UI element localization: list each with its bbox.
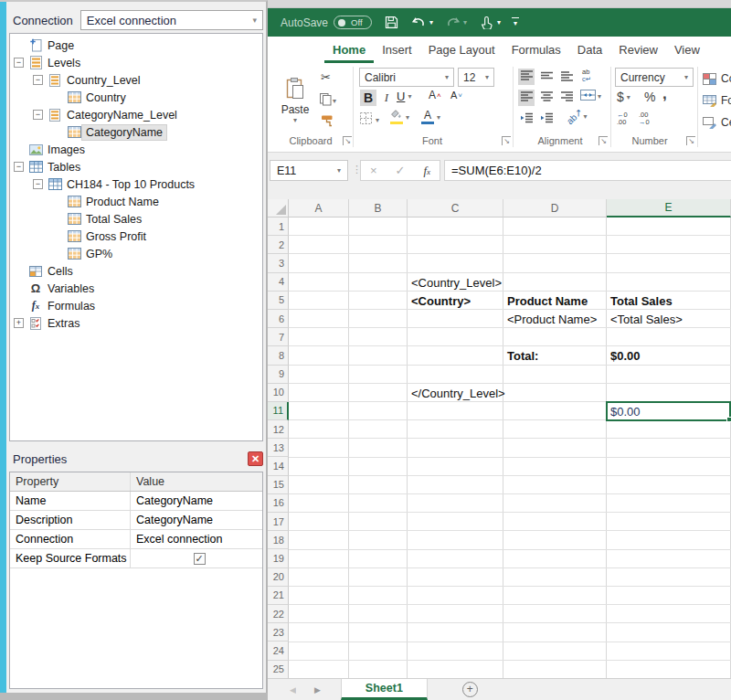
cell-c10[interactable]: </Country_Level> bbox=[408, 384, 505, 403]
row-header-25[interactable]: 25 bbox=[268, 661, 289, 679]
chevron-down-icon[interactable]: ▾ bbox=[598, 92, 601, 101]
comma-style-button[interactable]: , bbox=[662, 85, 667, 103]
cell-c5[interactable]: <Country> bbox=[408, 292, 471, 311]
row-header-15[interactable]: 15 bbox=[268, 476, 289, 494]
tree-item-tables[interactable]: −Tables bbox=[10, 158, 262, 175]
name-box[interactable]: E11 ▾ bbox=[270, 160, 348, 181]
formula-input[interactable]: =SUM(E6:E10)/2 bbox=[444, 160, 731, 181]
redo-button[interactable]: ▾ bbox=[444, 15, 467, 31]
touch-mouse-mode-button[interactable]: ▾ bbox=[478, 15, 501, 31]
tree-item-cells[interactable]: Cells bbox=[10, 262, 262, 280]
cell-e5[interactable]: Total Sales bbox=[607, 292, 673, 311]
row-header-23[interactable]: 23 bbox=[268, 623, 289, 642]
column-header-c[interactable]: C bbox=[408, 199, 503, 217]
tree-item-product-name[interactable]: Product Name bbox=[10, 193, 262, 210]
tree-item-country-level[interactable]: −Country_Level bbox=[10, 71, 262, 89]
bottom-align-button[interactable] bbox=[558, 69, 575, 85]
undo-button[interactable]: ▾ bbox=[410, 15, 433, 31]
tree-item-variables[interactable]: ΩVariables bbox=[10, 280, 262, 297]
row-header-14[interactable]: 14 bbox=[268, 457, 289, 475]
tree-item-formulas[interactable]: fxFormulas bbox=[10, 297, 262, 314]
row-header-21[interactable]: 21 bbox=[268, 587, 289, 605]
new-sheet-button[interactable]: + bbox=[462, 682, 478, 697]
row-header-10[interactable]: 10 bbox=[268, 384, 289, 402]
property-value[interactable]: ✓ bbox=[131, 549, 262, 567]
tree-item-total-sales[interactable]: Total Sales bbox=[10, 210, 262, 228]
collapse-icon[interactable]: − bbox=[33, 75, 43, 85]
row-header-17[interactable]: 17 bbox=[268, 513, 289, 531]
chevron-down-icon[interactable]: ▾ bbox=[437, 113, 440, 122]
row-header-7[interactable]: 7 bbox=[268, 328, 289, 346]
connection-dropdown[interactable]: Excel connection ▾ bbox=[80, 10, 263, 30]
format-as-table-button[interactable]: Form bbox=[701, 92, 731, 109]
orientation-button[interactable]: ab↗▾ bbox=[566, 111, 588, 122]
fill-handle[interactable] bbox=[726, 417, 731, 422]
cell-c4[interactable]: <Country_Level> bbox=[408, 273, 502, 292]
row-header-5[interactable]: 5 bbox=[268, 292, 289, 310]
decrease-font-size-button[interactable]: A˅ bbox=[450, 90, 462, 101]
font-color-button[interactable]: A▾ bbox=[421, 110, 440, 124]
center-button[interactable] bbox=[538, 90, 555, 106]
ribbon-tab-insert[interactable]: Insert bbox=[374, 43, 420, 63]
column-header-b[interactable]: B bbox=[349, 199, 408, 217]
increase-decimal-button[interactable]: ←0.00 bbox=[617, 111, 628, 126]
save-button[interactable] bbox=[383, 15, 399, 31]
cell-styles-button[interactable]: Cell bbox=[701, 114, 731, 131]
chevron-down-icon[interactable]: ▾ bbox=[406, 113, 409, 122]
select-all-corner[interactable] bbox=[268, 199, 289, 217]
accounting-format-button[interactable]: $▾ bbox=[617, 90, 630, 104]
ribbon-tab-view[interactable]: View bbox=[666, 43, 708, 63]
alignment-dialog-launcher-icon[interactable]: ↘ bbox=[599, 136, 608, 145]
checkbox-checked-icon[interactable]: ✓ bbox=[194, 553, 206, 565]
sheet-nav-left-icon[interactable]: ◀ bbox=[290, 685, 296, 695]
cell-e6[interactable]: <Total Sales> bbox=[607, 310, 683, 329]
tree-item-categoryname-level[interactable]: −CategoryName_Level bbox=[10, 106, 262, 123]
tree-item-ch184-top-10-products[interactable]: −CH184 - Top 10 Products bbox=[10, 175, 262, 193]
number-format-combo[interactable]: Currency▾ bbox=[615, 68, 694, 87]
number-dialog-launcher-icon[interactable]: ↘ bbox=[686, 136, 695, 145]
selected-cell-outline[interactable] bbox=[606, 401, 731, 421]
cell-e8[interactable]: $0.00 bbox=[607, 346, 641, 366]
tree-item-page[interactable]: Page bbox=[10, 37, 262, 54]
chevron-down-icon[interactable]: ▾ bbox=[497, 18, 501, 27]
row-header-20[interactable]: 20 bbox=[268, 568, 289, 587]
row-header-22[interactable]: 22 bbox=[268, 605, 289, 623]
format-painter-button[interactable] bbox=[321, 114, 334, 131]
row-header-6[interactable]: 6 bbox=[268, 310, 289, 328]
collapse-icon[interactable]: − bbox=[14, 58, 24, 68]
chevron-down-icon[interactable]: ▾ bbox=[429, 18, 433, 27]
chevron-down-icon[interactable]: ▾ bbox=[408, 92, 411, 101]
row-header-13[interactable]: 13 bbox=[268, 439, 289, 457]
decrease-indent-button[interactable] bbox=[518, 111, 535, 128]
increase-font-size-button[interactable]: A˄ bbox=[429, 90, 441, 101]
enter-icon[interactable]: ✓ bbox=[396, 164, 406, 177]
cell-d6[interactable]: <Product Name> bbox=[503, 310, 597, 329]
row-header-12[interactable]: 12 bbox=[268, 420, 289, 439]
merge-center-button[interactable]: ▾ bbox=[580, 90, 601, 103]
ribbon-tab-data[interactable]: Data bbox=[569, 43, 610, 63]
autosave-control[interactable]: AutoSave Off bbox=[281, 16, 372, 29]
wrap-text-button[interactable]: abc↵ bbox=[582, 69, 591, 83]
row-header-16[interactable]: 16 bbox=[268, 494, 289, 513]
tree-item-gp[interactable]: GP% bbox=[10, 245, 262, 262]
row-header-3[interactable]: 3 bbox=[268, 254, 289, 272]
row-header-8[interactable]: 8 bbox=[268, 346, 289, 365]
insert-function-icon[interactable]: fx bbox=[423, 164, 430, 178]
property-value[interactable]: CategoryName bbox=[131, 492, 262, 510]
row-header-2[interactable]: 2 bbox=[268, 236, 289, 254]
close-icon[interactable]: ✕ bbox=[248, 451, 263, 466]
chevron-down-icon[interactable]: ▾ bbox=[376, 116, 379, 124]
align-left-button[interactable] bbox=[518, 90, 535, 106]
sheet-tab-sheet1[interactable]: Sheet1 bbox=[341, 679, 428, 700]
conditional-formatting-button[interactable]: Con bbox=[701, 70, 731, 87]
property-value[interactable]: Excel connection bbox=[131, 530, 262, 548]
tree-item-extras[interactable]: +Extras bbox=[10, 314, 262, 332]
font-dialog-launcher-icon[interactable]: ↘ bbox=[502, 136, 511, 145]
paste-button[interactable]: Paste ▾ bbox=[275, 67, 315, 134]
tree-item-country[interactable]: Country bbox=[10, 89, 262, 106]
decrease-decimal-button[interactable]: .00→0 bbox=[639, 111, 650, 126]
align-right-button[interactable] bbox=[558, 90, 575, 106]
cell-d5[interactable]: Product Name bbox=[503, 292, 588, 311]
chevron-down-icon[interactable]: ▾ bbox=[627, 93, 630, 101]
row-header-11[interactable]: 11 bbox=[268, 402, 289, 420]
